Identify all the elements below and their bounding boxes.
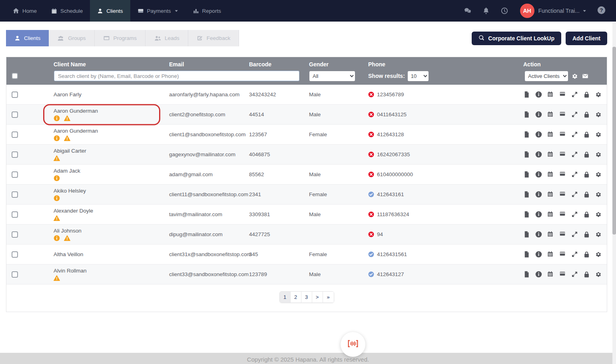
expand-icon[interactable]: [571, 211, 578, 218]
gear-icon[interactable]: [595, 171, 602, 178]
warning-flag-icon[interactable]: [64, 235, 70, 241]
lock-icon[interactable]: [583, 111, 590, 118]
info-circle-icon[interactable]: [535, 171, 542, 178]
document-icon[interactable]: [523, 111, 530, 118]
expand-icon[interactable]: [571, 91, 578, 98]
info-flag-icon[interactable]: [54, 135, 60, 141]
row-checkbox[interactable]: [12, 211, 18, 218]
calendar-icon[interactable]: [547, 131, 554, 138]
info-circle-icon[interactable]: [535, 251, 542, 258]
gear-icon[interactable]: [595, 271, 602, 278]
calendar-icon[interactable]: [547, 251, 554, 258]
last-page-button[interactable]: »: [323, 292, 334, 302]
row-checkbox[interactable]: [12, 271, 18, 278]
expand-icon[interactable]: [571, 131, 578, 138]
select-all-checkbox[interactable]: [12, 73, 18, 79]
calendar-icon[interactable]: [547, 271, 554, 278]
lock-icon[interactable]: [583, 151, 590, 158]
gear-icon[interactable]: [595, 111, 602, 118]
calendar-icon[interactable]: [547, 231, 554, 238]
tab-feedback[interactable]: Feedback: [188, 30, 239, 46]
warning-flag-icon[interactable]: [54, 275, 60, 281]
warning-flag-icon[interactable]: [64, 115, 70, 121]
info-circle-icon[interactable]: [535, 151, 542, 158]
email-envelope-icon[interactable]: [582, 73, 589, 79]
client-name[interactable]: Akiko Helsley: [54, 188, 163, 194]
payment-card-icon[interactable]: [559, 231, 566, 238]
payment-card-icon[interactable]: [559, 251, 566, 258]
client-name[interactable]: Ali Johnson: [54, 228, 163, 234]
search-input[interactable]: [54, 71, 299, 81]
row-checkbox[interactable]: [12, 111, 18, 118]
tab-groups[interactable]: Groups: [49, 30, 94, 46]
client-name[interactable]: Alexander Doyle: [54, 208, 163, 214]
settings-gear-icon[interactable]: [572, 73, 578, 79]
client-name[interactable]: Alvin Rollman: [54, 268, 163, 274]
row-checkbox[interactable]: [12, 231, 18, 238]
chevron-down-icon[interactable]: [582, 8, 587, 15]
expand-icon[interactable]: [571, 231, 578, 238]
calendar-icon[interactable]: [547, 111, 554, 118]
expand-icon[interactable]: [571, 111, 578, 118]
expand-icon[interactable]: [571, 251, 578, 258]
row-checkbox[interactable]: [12, 151, 18, 158]
gear-icon[interactable]: [595, 91, 602, 98]
lock-icon[interactable]: [583, 271, 590, 278]
calendar-icon[interactable]: [547, 91, 554, 98]
row-checkbox[interactable]: [12, 191, 18, 198]
client-name[interactable]: Altha Veillon: [54, 251, 163, 257]
info-circle-icon[interactable]: [535, 271, 542, 278]
lock-icon[interactable]: [583, 251, 590, 258]
chat-icon[interactable]: [463, 7, 472, 14]
info-flag-icon[interactable]: [54, 235, 60, 241]
calendar-icon[interactable]: [547, 151, 554, 158]
document-icon[interactable]: [523, 231, 530, 238]
page-1-button[interactable]: 1: [280, 292, 291, 302]
calendar-icon[interactable]: [547, 211, 554, 218]
page-3-button[interactable]: 3: [301, 292, 312, 302]
nav-item-clients[interactable]: Clients: [90, 0, 130, 22]
tab-clients[interactable]: Clients: [6, 30, 49, 46]
gear-icon[interactable]: [595, 131, 602, 138]
page-2-button[interactable]: 2: [291, 292, 301, 302]
help-icon[interactable]: ?: [597, 6, 606, 16]
lock-icon[interactable]: [583, 131, 590, 138]
payment-card-icon[interactable]: [559, 191, 566, 198]
lock-icon[interactable]: [583, 91, 590, 98]
expand-icon[interactable]: [571, 191, 578, 198]
info-circle-icon[interactable]: [535, 231, 542, 238]
clock-icon[interactable]: [500, 7, 509, 14]
client-name[interactable]: Aaron Farly: [54, 91, 163, 97]
account-name[interactable]: Functional Trai...: [538, 8, 580, 14]
info-circle-icon[interactable]: [535, 211, 542, 218]
warning-flag-icon[interactable]: [54, 155, 60, 161]
client-name[interactable]: Aaron Gunderman: [54, 128, 163, 134]
client-name[interactable]: Adam Jack: [54, 168, 163, 174]
tab-leads[interactable]: Leads: [146, 30, 188, 46]
row-checkbox[interactable]: [12, 91, 18, 98]
info-flag-icon[interactable]: [54, 115, 60, 121]
nav-item-home[interactable]: Home: [6, 0, 44, 22]
document-icon[interactable]: [523, 211, 530, 218]
nav-item-schedule[interactable]: Schedule: [44, 0, 90, 22]
gear-icon[interactable]: [595, 231, 602, 238]
payment-card-icon[interactable]: [559, 171, 566, 178]
payment-card-icon[interactable]: [559, 271, 566, 278]
info-flag-icon[interactable]: [54, 195, 60, 201]
client-name[interactable]: Abigail Carter: [54, 148, 163, 154]
document-icon[interactable]: [523, 131, 530, 138]
gear-icon[interactable]: [595, 151, 602, 158]
payment-card-icon[interactable]: [559, 131, 566, 138]
lock-icon[interactable]: [583, 231, 590, 238]
info-circle-icon[interactable]: [535, 91, 542, 98]
client-status-select[interactable]: Active Clients: [525, 71, 568, 81]
show-results-select[interactable]: 10: [408, 71, 429, 81]
expand-icon[interactable]: [571, 171, 578, 178]
notifications-bell-icon[interactable]: [481, 7, 491, 14]
tab-programs[interactable]: Programs: [95, 30, 146, 46]
document-icon[interactable]: [523, 151, 530, 158]
scrollbar-thumb[interactable]: [612, 47, 616, 235]
expand-icon[interactable]: [571, 271, 578, 278]
lock-icon[interactable]: [583, 171, 590, 178]
expand-icon[interactable]: [571, 151, 578, 158]
